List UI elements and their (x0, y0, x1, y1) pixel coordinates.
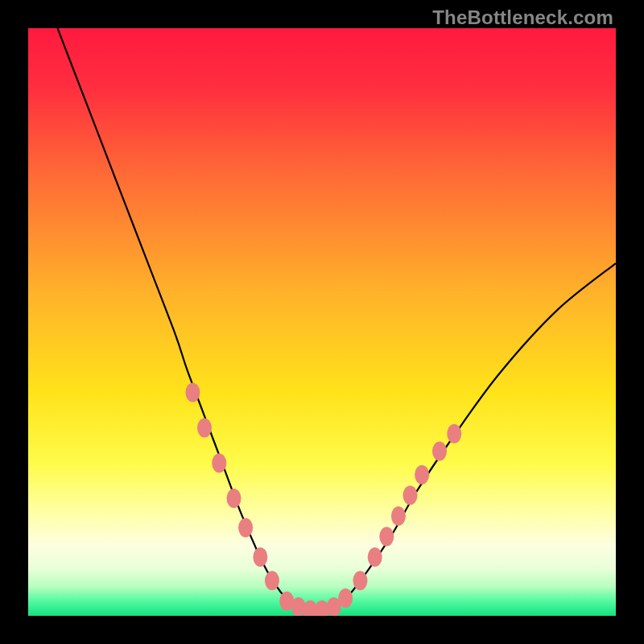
watermark-text: TheBottleneck.com (432, 6, 613, 29)
chart-frame (28, 28, 616, 616)
curve-marker (238, 518, 253, 538)
curve-marker (368, 547, 382, 567)
curve-marker (432, 442, 447, 461)
curve-marker (227, 489, 242, 508)
curve-marker (253, 547, 267, 567)
curve-marker (197, 418, 212, 437)
curve-marker (447, 424, 461, 444)
curve-markers (185, 383, 461, 616)
curve-marker (338, 588, 353, 608)
curve-marker (391, 506, 406, 526)
bottleneck-curve (58, 28, 617, 610)
curve-marker (353, 571, 367, 590)
curve-marker (265, 571, 279, 590)
plot-area (28, 28, 616, 616)
curve-marker (212, 453, 226, 473)
curve-marker (403, 485, 418, 505)
curve-marker (415, 465, 429, 485)
curve-marker (379, 526, 394, 546)
curve-marker (185, 383, 200, 402)
curve-layer (28, 28, 616, 616)
